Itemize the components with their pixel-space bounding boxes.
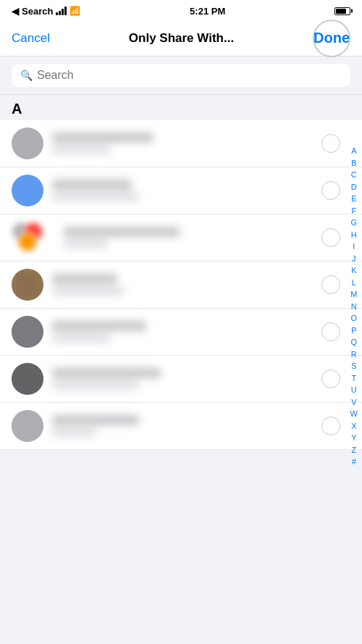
table-row xyxy=(0,262,362,309)
battery-icon xyxy=(334,7,350,15)
table-row xyxy=(0,167,362,214)
alpha-U[interactable]: U xyxy=(350,384,358,396)
navigation-bar: Cancel Only Share With... Done xyxy=(0,20,362,57)
contact-info xyxy=(52,415,321,437)
alpha-O[interactable]: O xyxy=(350,312,359,325)
status-battery xyxy=(334,7,350,15)
alpha-X[interactable]: X xyxy=(350,420,358,432)
contact-checkbox[interactable] xyxy=(321,417,340,435)
alpha-R[interactable]: R xyxy=(350,348,358,361)
contact-info xyxy=(64,227,321,248)
table-row xyxy=(0,120,362,167)
contact-name xyxy=(52,274,117,284)
table-row xyxy=(0,214,362,262)
contact-detail xyxy=(52,428,96,437)
done-button[interactable]: Done xyxy=(313,20,350,57)
contact-detail xyxy=(52,381,139,390)
alpha-P[interactable]: P xyxy=(350,325,358,337)
alpha-J[interactable]: J xyxy=(350,253,358,265)
contact-detail xyxy=(52,193,139,201)
contact-name xyxy=(64,227,180,237)
alpha-A[interactable]: A xyxy=(350,145,358,157)
search-bar: 🔍 xyxy=(12,64,350,87)
back-arrow-icon: ◀ xyxy=(12,6,19,17)
avatar xyxy=(12,127,43,159)
alpha-C[interactable]: C xyxy=(350,169,358,181)
alpha-I[interactable]: I xyxy=(351,241,356,253)
contact-info xyxy=(52,133,321,154)
alpha-F[interactable]: F xyxy=(350,205,358,217)
contact-checkbox[interactable] xyxy=(321,181,340,200)
status-time: 5:21 PM xyxy=(190,6,225,17)
alpha-M[interactable]: M xyxy=(349,288,358,301)
section-header-a: A xyxy=(0,95,362,120)
avatar xyxy=(12,269,43,301)
alpha-H[interactable]: H xyxy=(350,229,358,241)
contact-checkbox[interactable] xyxy=(321,369,340,388)
table-row xyxy=(0,309,362,356)
avatar xyxy=(12,316,43,348)
contact-info xyxy=(52,274,321,296)
alpha-G[interactable]: G xyxy=(350,217,359,229)
cancel-button[interactable]: Cancel xyxy=(12,31,50,46)
signal-icon xyxy=(56,7,67,15)
alpha-D[interactable]: D xyxy=(350,181,358,193)
alpha-N[interactable]: N xyxy=(350,301,358,313)
avatar xyxy=(12,363,43,395)
contact-detail xyxy=(64,240,107,248)
contact-info xyxy=(52,180,321,201)
search-icon: 🔍 xyxy=(20,70,33,81)
table-row xyxy=(0,356,362,403)
group-avatar xyxy=(12,222,55,254)
status-carrier: ◀ Search 📶 xyxy=(12,6,80,17)
alpha-Y[interactable]: Y xyxy=(350,432,358,444)
contact-list xyxy=(0,120,362,450)
search-container: 🔍 xyxy=(0,57,362,95)
contact-name xyxy=(52,415,139,425)
contact-name xyxy=(52,180,132,190)
nav-title: Only Share With... xyxy=(129,31,234,46)
contact-info xyxy=(52,321,321,343)
contact-checkbox[interactable] xyxy=(321,275,340,294)
table-row xyxy=(0,403,362,450)
alpha-S[interactable]: S xyxy=(350,360,358,372)
alpha-L[interactable]: L xyxy=(350,277,358,289)
alpha-T[interactable]: T xyxy=(350,372,358,385)
contact-checkbox[interactable] xyxy=(321,322,340,341)
status-bar: ◀ Search 📶 5:21 PM xyxy=(0,0,362,20)
search-input[interactable] xyxy=(37,69,342,82)
wifi-icon: 📶 xyxy=(70,6,80,16)
alpha-V[interactable]: V xyxy=(350,396,358,409)
alphabet-index: A B C D E F G H I J K L M N O P Q R S T … xyxy=(349,145,359,468)
alpha-Z[interactable]: Z xyxy=(350,444,358,456)
contact-name xyxy=(52,368,161,378)
alpha-hash[interactable]: # xyxy=(350,456,358,468)
alpha-E[interactable]: E xyxy=(350,193,358,205)
alpha-K[interactable]: K xyxy=(350,264,358,277)
contact-detail xyxy=(52,334,110,343)
contact-detail xyxy=(52,287,125,296)
contact-info xyxy=(52,368,321,390)
contact-checkbox[interactable] xyxy=(321,134,340,153)
alpha-W[interactable]: W xyxy=(349,408,359,420)
contact-checkbox[interactable] xyxy=(321,228,340,247)
alpha-Q[interactable]: Q xyxy=(350,336,359,348)
avatar xyxy=(12,175,43,206)
avatar xyxy=(12,410,43,442)
contact-name xyxy=(52,133,153,143)
contact-detail xyxy=(52,146,110,154)
alpha-B[interactable]: B xyxy=(350,157,358,170)
contact-name xyxy=(52,321,146,331)
